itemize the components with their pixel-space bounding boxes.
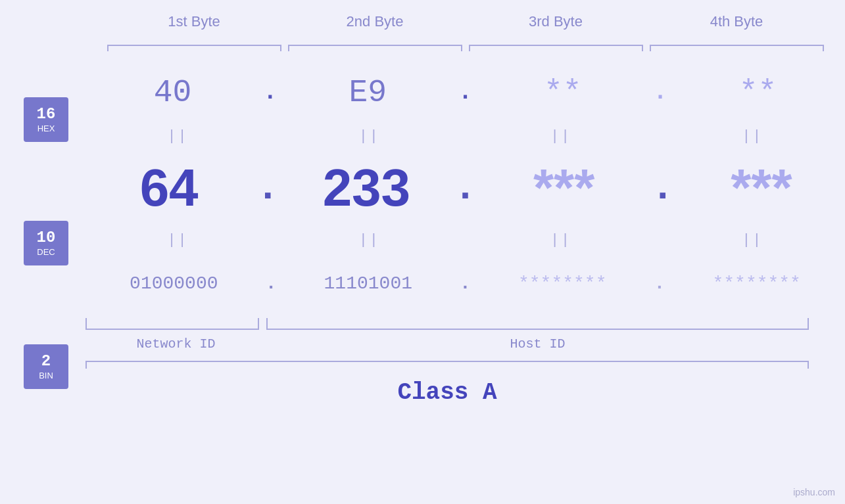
byte2-bracket — [288, 35, 462, 51]
bin-row: 01000000 . 11101001 . ******** . — [85, 252, 845, 315]
sep1-b1: || — [85, 128, 270, 145]
bin-byte1-cell: 01000000 — [85, 273, 262, 294]
hex-byte4-cell: ** — [671, 75, 845, 110]
bin-byte1-value: 01000000 — [130, 273, 218, 294]
dec-byte1-cell: 64 — [85, 158, 253, 218]
bin-byte3-cell: ******** — [474, 273, 651, 294]
byte2-header: 2nd Byte — [285, 13, 466, 30]
host-id-label: Host ID — [266, 336, 809, 352]
network-id-label: Network ID — [85, 336, 266, 352]
watermark: ipshu.com — [793, 487, 835, 497]
hex-dot3: . — [650, 79, 671, 106]
sep2-b4: || — [660, 232, 845, 248]
sep-row-2: || || || || — [85, 227, 845, 252]
dec-badge: 10 DEC — [24, 221, 68, 265]
bottom-bracket-lines — [85, 318, 809, 332]
bin-byte4-value: ******** — [712, 273, 800, 294]
class-bracket-right-tick — [808, 361, 809, 369]
dec-dot2: . — [450, 166, 480, 210]
sep2-b1: || — [85, 232, 270, 248]
bin-dot2: . — [456, 273, 474, 294]
hex-byte2-cell: E9 — [281, 75, 455, 110]
dec-byte2-cell: 233 — [283, 158, 450, 218]
hex-dot1: . — [260, 79, 281, 106]
hex-byte4-value: ** — [739, 75, 777, 110]
dec-byte3-cell: *** — [481, 158, 648, 218]
hex-byte2-value: E9 — [349, 75, 387, 110]
dec-byte4-value: *** — [731, 158, 792, 218]
hex-badge: 16 HEX — [24, 97, 68, 142]
class-bracket — [85, 361, 809, 374]
byte3-bracket — [469, 35, 643, 51]
dec-dot3: . — [648, 166, 678, 210]
sep1-b3: || — [469, 128, 654, 145]
bottom-section: Network ID Host ID Class A — [85, 318, 809, 406]
bin-dot3: . — [651, 273, 669, 294]
sep2-b2: || — [277, 232, 462, 248]
dec-row: 64 . 233 . *** . *** — [85, 149, 845, 227]
net-id-bracket — [85, 318, 259, 330]
dec-byte4-cell: *** — [678, 158, 845, 218]
class-a-label: Class A — [85, 379, 809, 406]
dec-byte1-value: 64 — [140, 158, 199, 218]
id-labels-row: Network ID Host ID — [85, 336, 809, 352]
class-bracket-left-tick — [85, 361, 87, 369]
byte3-header: 3rd Byte — [466, 13, 646, 30]
hex-byte3-cell: ** — [475, 75, 650, 110]
class-bracket-line — [85, 361, 809, 362]
byte1-bracket — [107, 35, 281, 51]
main-container: 1st Byte 2nd Byte 3rd Byte 4th Byte — [0, 0, 845, 504]
bin-byte2-cell: 11101001 — [279, 273, 456, 294]
data-area: 16 HEX 10 DEC 2 BIN 40 . — [0, 61, 845, 406]
sep1-b4: || — [660, 128, 845, 145]
dec-byte2-value: 233 — [323, 158, 410, 218]
byte4-bracket — [650, 35, 824, 51]
sep1-b2: || — [277, 128, 462, 145]
hex-row: 40 . E9 . ** . ** — [85, 61, 845, 124]
dec-dot1: . — [253, 166, 283, 210]
bin-dot1: . — [262, 273, 280, 294]
hex-dot2: . — [455, 79, 476, 106]
bin-byte2-value: 11101001 — [324, 273, 412, 294]
data-rows: 40 . E9 . ** . ** — [85, 61, 845, 406]
bin-badge: 2 BIN — [24, 344, 68, 389]
top-brackets — [104, 35, 827, 51]
sep2-b3: || — [469, 232, 654, 248]
byte1-header: 1st Byte — [104, 13, 285, 30]
sep-row-1: || || || || — [85, 124, 845, 149]
hex-byte1-value: 40 — [154, 75, 192, 110]
host-id-bracket — [266, 318, 809, 330]
byte4-header: 4th Byte — [646, 13, 827, 30]
hex-byte3-value: ** — [544, 75, 582, 110]
bin-byte3-value: ******** — [518, 273, 606, 294]
badges-column: 16 HEX 10 DEC 2 BIN — [0, 61, 85, 389]
hex-byte1-cell: 40 — [85, 75, 260, 110]
byte-headers-row: 1st Byte 2nd Byte 3rd Byte 4th Byte — [104, 13, 827, 30]
bin-byte4-cell: ******** — [668, 273, 845, 294]
dec-byte3-value: *** — [533, 158, 594, 218]
